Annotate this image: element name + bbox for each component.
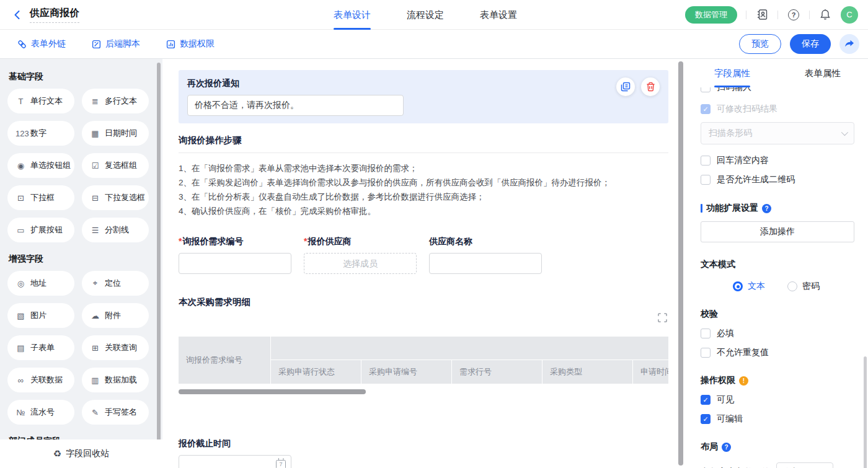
field-width-select[interactable]: 全部 [776, 462, 833, 468]
step-line: 2、在「采购发起询价」表单选择询价需求以及参与报价的供应商，所有供应商会收到「供… [179, 175, 668, 190]
deadline-field[interactable]: 报价截止时间 [179, 438, 668, 468]
table-col-inquiry-no: 询报价需求编号 [179, 337, 270, 384]
assoc-data-icon[interactable]: ∞ 关联数据 [7, 368, 74, 392]
extend-button-icon[interactable]: ▭ 扩展按钮 [7, 218, 74, 242]
checkbox-icon [701, 348, 711, 358]
panel-scrollbar[interactable] [864, 356, 867, 468]
field-quote-supplier[interactable]: *报价供应商 [304, 236, 417, 274]
step-line: 1、在「询报价需求」表单从需求池中选择本次要询报价的需求； [179, 161, 668, 175]
radio-group-icon[interactable]: ◉ 单选按钮组 [7, 153, 74, 178]
field-palette-sidebar: 基础字段 T 单行文本 ≣ 多行文本 123 数字 [0, 59, 162, 468]
attachment-icon[interactable]: ☁ 附件 [82, 303, 149, 328]
avatar[interactable]: C [841, 6, 858, 24]
checkbox-icon [701, 329, 711, 338]
enhanced-field-list: ◎ 地址 ⌖ 定位 ▧ 图片 ☁ 附件 [7, 271, 149, 425]
locate-icon[interactable]: ⌖ 定位 [82, 271, 149, 296]
separator [746, 11, 746, 19]
help-icon[interactable]: ? [787, 8, 800, 22]
validation-checkbox-list: 必填 不允许重复值 [701, 328, 854, 358]
help-icon[interactable]: ? [722, 443, 731, 452]
tab-form-setting[interactable]: 表单设置 [480, 0, 517, 30]
save-button[interactable]: 保存 [790, 34, 831, 54]
serial-number-icon[interactable]: № 流水号 [7, 400, 74, 425]
back-icon[interactable] [11, 9, 24, 21]
step-line: 4、确认报价供应商，在「核价」完成采购价格审批。 [179, 204, 668, 218]
steps-list: 1、在「询报价需求」表单从需求池中选择本次要询报价的需求；2、在「采购发起询价」… [179, 161, 668, 218]
copy-icon [621, 82, 631, 92]
table-horizontal-scrollbar[interactable] [179, 389, 366, 394]
image-icon[interactable]: ▧ 图片 [7, 303, 74, 328]
copy-field-button[interactable] [616, 77, 635, 96]
deadline-date-input[interactable] [179, 455, 291, 468]
address-icon[interactable]: ◎ 地址 [7, 271, 74, 296]
number-icon[interactable]: 123 数字 [7, 121, 74, 146]
field-inquiry-no[interactable]: *询报价需求编号 [179, 236, 291, 274]
table-column-header: 采购申请编号 [361, 360, 451, 384]
deadline-label: 报价截止时间 [179, 438, 668, 449]
datetime-icon[interactable]: ▦ 日期时间 [82, 121, 149, 146]
table-subheader-row: 采购申请行状态采购申请编号需求行号采购类型申请时间 [271, 360, 668, 384]
notification-bell-icon[interactable] [818, 8, 832, 22]
delete-field-button[interactable] [641, 77, 660, 96]
chevron-down-icon [841, 129, 848, 136]
selected-field-notice[interactable]: 再次报价通知 [179, 70, 668, 123]
radio-text[interactable]: 文本 [733, 281, 765, 292]
tab-flow-setting[interactable]: 流程设定 [407, 0, 444, 30]
subform-icon[interactable]: ▤ 子表单 [7, 335, 74, 360]
steps-field[interactable]: 询报价操作步骤 1、在「询报价需求」表单从需求池中选择本次要询报价的需求；2、在… [179, 135, 668, 218]
tab-form-properties[interactable]: 表单属性 [777, 59, 868, 87]
share-button[interactable] [839, 34, 859, 54]
permission-checkbox[interactable]: 可见 [701, 394, 854, 405]
tab-form-design[interactable]: 表单设计 [334, 0, 371, 30]
checkbox-group-icon[interactable]: ☑ 复选框组 [82, 153, 149, 178]
permission-checkbox[interactable]: 可编辑 [701, 413, 854, 425]
assoc-query-icon[interactable]: ⊞ 关联查询 [82, 335, 149, 360]
field-recycle-bin[interactable]: ♻ 字段回收站 [0, 439, 162, 468]
signature-icon[interactable]: ✎ 手写签名 [82, 400, 149, 425]
dropdown-icon[interactable]: ⊡ 下拉框 [7, 185, 74, 210]
basic-field-list: T 单行文本 ≣ 多行文本 123 数字 ▦ [7, 89, 149, 242]
preview-button[interactable]: 预览 [739, 34, 781, 54]
detail-table-field[interactable]: 本次采购需求明细 询报价需求编号 采购申请行状态采购申请编号需求行号采购类型申请… [179, 296, 668, 394]
multi-line-text-icon[interactable]: ≣ 多行文本 [82, 89, 149, 113]
layout-title: 布局 ? [701, 441, 854, 453]
multi-dropdown-icon[interactable]: ⊟ 下拉复选框 [82, 185, 149, 210]
checkbox-icon [701, 175, 711, 185]
data-manage-button[interactable]: 数据管理 [685, 6, 737, 24]
backend-script-link[interactable]: 后端脚本 [92, 38, 140, 50]
form-link-icon [17, 40, 27, 49]
data-permission-link[interactable]: 数据权限 [166, 38, 215, 50]
form-title-editable[interactable]: 供应商报价 [30, 7, 79, 23]
supplier-name-input[interactable] [429, 253, 542, 274]
table-column-header: 需求行号 [452, 360, 542, 384]
form-external-link[interactable]: 表单外链 [17, 38, 66, 50]
add-action-button[interactable]: 添加操作 [701, 221, 854, 242]
inquiry-no-input[interactable] [179, 253, 291, 274]
help-icon[interactable]: ? [762, 204, 771, 213]
tab-field-properties[interactable]: 字段属性 [687, 59, 777, 87]
contacts-icon[interactable] [755, 8, 769, 22]
expand-fullscreen-icon[interactable] [658, 313, 667, 322]
permission-checkbox-list: 可见 可编辑 [701, 394, 854, 425]
ext-settings-title: 功能扩展设置 [706, 203, 758, 214]
notice-input[interactable] [187, 95, 404, 116]
table-column-header: 采购申请行状态 [271, 360, 361, 384]
validation-checkbox[interactable]: 不允许重复值 [701, 347, 854, 358]
sidebar-scrollbar[interactable] [157, 63, 161, 464]
allow-qrcode-checkbox[interactable]: 是否允许生成二维码 [701, 174, 854, 185]
validation-checkbox[interactable]: 必填 [701, 328, 854, 339]
clear-on-enter-checkbox[interactable]: 回车清空内容 [701, 155, 854, 166]
table-column-header: 采购类型 [542, 360, 632, 384]
header-tabs: 表单设计 流程设定 表单设置 [334, 0, 517, 30]
divider-icon[interactable]: ☰ 分割线 [82, 218, 149, 242]
single-line-text-icon[interactable]: T 单行文本 [7, 89, 74, 113]
canvas-scrollbar[interactable] [678, 61, 683, 466]
supplier-member-picker[interactable] [304, 253, 417, 274]
data-load-icon[interactable]: ▥ 数据加载 [82, 368, 149, 392]
table-group-header [271, 337, 668, 360]
radio-password[interactable]: 密码 [787, 281, 820, 292]
field-supplier-name[interactable]: 供应商名称 [429, 236, 542, 274]
field-label: 再次报价通知 [187, 78, 660, 89]
text-mode-title: 文本模式 [701, 259, 854, 270]
scan-input-checkbox[interactable]: 扫码输入 [701, 87, 854, 93]
